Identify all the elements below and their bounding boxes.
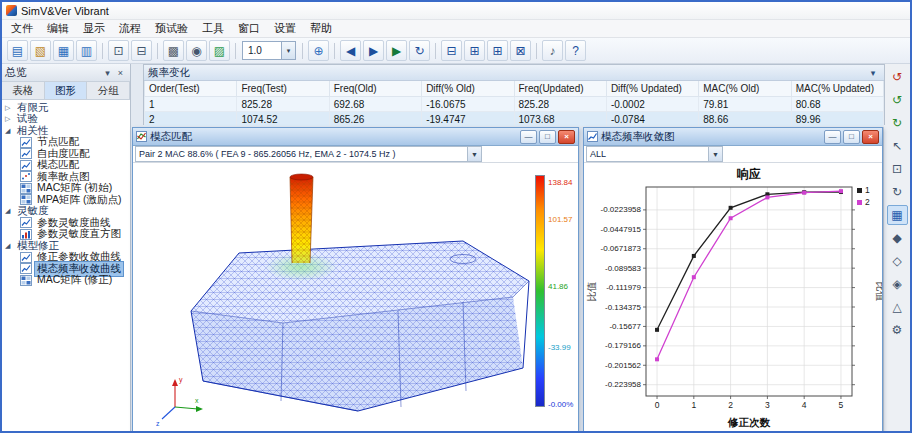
curve-icon [20, 252, 32, 263]
freq-table-cell: 1074.52 [237, 112, 329, 127]
col-diff-old[interactable]: Diff(% Old) [422, 81, 514, 97]
model-3d-viewport[interactable]: y x z 138.84101.5741.86-33.99-0.00% [133, 163, 578, 433]
menu-pretest[interactable]: 预试验 [148, 21, 195, 36]
mesh-model-canvas[interactable]: y x z [133, 163, 578, 433]
expand-arrow-icon[interactable]: ▷ [5, 104, 15, 112]
modal-match-titlebar[interactable]: 模态匹配 — □ × [133, 128, 578, 146]
menu-display[interactable]: 显示 [76, 21, 112, 36]
menu-process[interactable]: 流程 [112, 21, 148, 36]
layout-tile-horizontal-icon[interactable]: ⊟ [441, 40, 462, 61]
close-icon[interactable]: × [114, 68, 127, 78]
select-icon[interactable]: ↖ [887, 136, 908, 156]
mode-selector[interactable]: ALL ▼ [586, 146, 723, 162]
new-project-icon[interactable]: ▤ [7, 40, 28, 61]
help-icon[interactable]: ? [565, 40, 586, 61]
menu-settings[interactable]: 设置 [267, 21, 303, 36]
freq-table-row[interactable]: 21074.52865.26-19.47471073.68-0.078488.6… [145, 112, 884, 127]
save-all-icon[interactable]: ▥ [76, 40, 97, 61]
save-icon[interactable]: ▦ [53, 40, 74, 61]
panel-collapse-icon[interactable]: ▾ [866, 68, 880, 78]
colorbar-labels: 138.84101.5741.86-33.99-0.00% [548, 163, 578, 433]
col-freq-old[interactable]: Freq(Old) [329, 81, 421, 97]
col-mac-old[interactable]: MAC(% Old) [699, 81, 791, 97]
perspective-icon[interactable]: △ [887, 297, 908, 317]
window-minimize-icon[interactable]: — [824, 130, 841, 144]
col-freq-test[interactable]: Freq(Test) [237, 81, 329, 97]
menu-tools[interactable]: 工具 [195, 21, 231, 36]
prev-step-icon[interactable]: ◀ [340, 40, 361, 61]
col-freq-updated[interactable]: Freq(Updated) [514, 81, 606, 97]
col-diff-updated[interactable]: Diff(% Updated) [606, 81, 698, 97]
sidebar-header[interactable]: 总览 ▾ × [2, 64, 130, 82]
svg-text:-0.0447915: -0.0447915 [601, 225, 642, 234]
redo-view-icon[interactable]: ↻ [887, 113, 908, 133]
expand-arrow-icon[interactable]: ▷ [5, 115, 15, 123]
convergence-chart-area: -0.0223958-0.0447915-0.0671873-0.089583-… [584, 163, 882, 433]
tab-graphics[interactable]: 图形 [45, 82, 88, 99]
settings-icon[interactable]: ⚙ [887, 320, 908, 340]
menu-file[interactable]: 文件 [4, 21, 40, 36]
window-maximize-icon[interactable]: □ [539, 130, 556, 144]
freq-table-cell: 825.28 [237, 97, 329, 112]
window-close-icon[interactable]: × [558, 130, 575, 144]
frequency-panel-header[interactable]: 频率变化 ▾ [144, 65, 884, 81]
svg-text:5: 5 [839, 400, 844, 410]
menu-help[interactable]: 帮助 [303, 21, 339, 36]
volume-icon[interactable]: ♪ [542, 40, 563, 61]
display-window-icon[interactable]: ⊡ [108, 40, 129, 61]
menu-edit[interactable]: 编辑 [40, 21, 76, 36]
layout-tile-vertical-icon[interactable]: ⊞ [464, 40, 485, 61]
chevron-down-icon[interactable]: ▼ [708, 147, 722, 161]
colorbar-label: 41.86 [548, 282, 568, 291]
tab-group[interactable]: 分组 [87, 82, 130, 99]
mdi-workspace: 频率变化 ▾ Order(Test) Freq(Test) Freq(Old) … [131, 64, 883, 433]
chevron-down-icon[interactable]: ▼ [467, 147, 481, 161]
svg-text:-0.201562: -0.201562 [605, 361, 642, 370]
print-icon[interactable]: ▩ [163, 40, 184, 61]
snapshot-icon[interactable]: ◉ [186, 40, 207, 61]
window-close-icon[interactable]: × [862, 130, 879, 144]
mesh-display-icon[interactable]: ▦ [887, 205, 908, 225]
collapse-arrow-icon[interactable]: ◢ [5, 242, 15, 250]
freq-table-cell: 80.68 [791, 97, 883, 112]
zoom-box-icon[interactable]: ⊡ [887, 159, 908, 179]
chart-window-icon[interactable]: ▨ [209, 40, 230, 61]
dual-display-icon[interactable]: ⊟ [131, 40, 152, 61]
tree-item[interactable]: MAC矩阵 (修正) [2, 275, 130, 287]
wireframe-display-icon[interactable]: ◇ [887, 251, 908, 271]
collapse-arrow-icon[interactable]: ◢ [5, 127, 15, 135]
mode-selector-bar: ALL ▼ [584, 146, 882, 163]
window-minimize-icon[interactable]: — [520, 130, 537, 144]
window-maximize-icon[interactable]: □ [843, 130, 860, 144]
sidebar-title: 总览 [5, 65, 101, 80]
tab-table[interactable]: 表格 [2, 82, 45, 99]
fit-view-icon[interactable]: ⊕ [308, 40, 329, 61]
open-project-icon[interactable]: ▧ [30, 40, 51, 61]
app-window: SimV&Ver Vibrant 文件 编辑 显示 流程 预试验 工具 窗口 设… [0, 0, 912, 433]
layout-cascade-icon[interactable]: ⊠ [510, 40, 531, 61]
col-order-test[interactable]: Order(Test) [145, 81, 237, 97]
undo-view-icon[interactable]: ↺ [887, 90, 908, 110]
refresh-icon[interactable]: ↻ [409, 40, 430, 61]
hidden-line-icon[interactable]: ◈ [887, 274, 908, 294]
collapse-arrow-icon[interactable]: ◢ [5, 207, 15, 215]
next-step-icon[interactable]: ▶ [363, 40, 384, 61]
title-bar[interactable]: SimV&Ver Vibrant [2, 2, 910, 20]
freq-table-row[interactable]: 1825.28692.68-16.0675825.28-0.000279.818… [145, 97, 884, 112]
dock-options-icon[interactable]: ▾ [101, 68, 114, 78]
reset-view-icon[interactable]: ↺ [887, 67, 908, 87]
layout-grid-icon[interactable]: ⊞ [487, 40, 508, 61]
col-mac-updated[interactable]: MAC(% Updated) [791, 81, 883, 97]
run-analysis-icon[interactable]: ▶ [386, 40, 407, 61]
chevron-down-icon[interactable]: ▾ [281, 42, 295, 59]
pair-selector[interactable]: Pair 2 MAC 88.6% ( FEA 9 - 865.26056 Hz,… [135, 146, 482, 162]
solid-display-icon[interactable]: ◆ [887, 228, 908, 248]
curve-icon [20, 217, 32, 228]
svg-text:2: 2 [728, 400, 733, 410]
zoom-level-select[interactable]: 1.0▾ [242, 41, 296, 60]
modal-match-title: 模态匹配 [150, 130, 517, 144]
rotate-view-icon[interactable]: ↻ [887, 182, 908, 202]
menu-window[interactable]: 窗口 [231, 21, 267, 36]
convergence-titlebar[interactable]: 模态频率收敛图 — □ × [584, 128, 882, 146]
freq-table-cell: -19.4747 [422, 112, 514, 127]
